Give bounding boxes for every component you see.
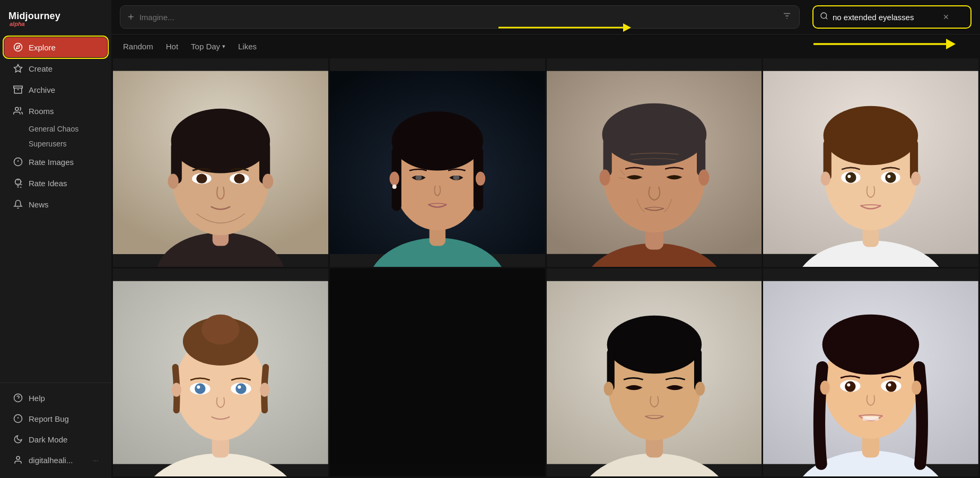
help-circle-icon (13, 393, 23, 403)
sidebar-sub-superusers[interactable]: Superusers (4, 137, 107, 151)
sidebar-item-create-label: Create (29, 64, 52, 73)
sidebar-sub-general-chaos[interactable]: General Chaos (4, 122, 107, 136)
svg-point-109 (845, 381, 855, 392)
svg-rect-91 (330, 281, 545, 464)
moon-icon (13, 434, 23, 445)
sidebar-item-news[interactable]: News (4, 194, 107, 214)
sidebar-item-help-label: Help (29, 394, 45, 403)
svg-point-59 (599, 169, 610, 185)
filter-likes[interactable]: Likes (237, 40, 258, 53)
add-prompt-icon[interactable]: + (128, 11, 134, 23)
svg-point-72 (845, 172, 856, 183)
svg-point-30 (171, 109, 270, 173)
svg-point-70 (911, 171, 921, 185)
svg-point-110 (847, 383, 850, 386)
search-icon (820, 12, 828, 22)
svg-point-86 (195, 383, 205, 394)
svg-point-44 (391, 111, 483, 171)
svg-point-33 (168, 174, 178, 189)
svg-point-48 (476, 171, 485, 185)
sidebar-item-explore-label: Explore (29, 43, 56, 52)
sidebar-item-rate-images-label: Rate Images (29, 158, 74, 167)
filter-top-day[interactable]: Top Day ▾ (190, 40, 226, 53)
svg-point-100 (695, 381, 704, 395)
sidebar-item-rate-ideas[interactable]: Rate Ideas (4, 173, 107, 193)
svg-point-34 (262, 174, 273, 189)
svg-point-112 (886, 381, 897, 392)
svg-line-24 (826, 18, 827, 19)
chevron-down-icon: ▾ (222, 43, 225, 50)
svg-point-99 (603, 381, 613, 395)
svg-point-0 (14, 44, 22, 51)
search-input[interactable] (833, 13, 939, 22)
filter-icon[interactable] (782, 11, 792, 23)
svg-line-11 (20, 187, 21, 188)
search-bar[interactable]: ✕ (812, 5, 972, 29)
svg-point-49 (392, 185, 396, 189)
sidebar-item-report-bug[interactable]: Report Bug (4, 409, 107, 429)
archive-icon (13, 84, 23, 95)
rooms-icon (13, 106, 23, 116)
svg-rect-68 (868, 122, 873, 138)
user-icon (13, 455, 23, 465)
grid-cell-6[interactable] (330, 268, 545, 477)
svg-point-36 (196, 174, 207, 184)
svg-point-38 (234, 174, 244, 184)
svg-point-75 (886, 172, 896, 183)
svg-point-47 (389, 171, 399, 185)
sidebar-item-archive-label: Archive (29, 85, 55, 94)
sidebar-item-dark-mode-label: Dark Mode (29, 435, 67, 444)
svg-point-60 (698, 169, 709, 185)
svg-point-82 (202, 314, 239, 344)
svg-point-107 (912, 380, 921, 394)
svg-point-90 (238, 385, 241, 388)
grid-cell-1[interactable] (113, 58, 328, 267)
svg-point-83 (172, 383, 181, 396)
filter-hot[interactable]: Hot (165, 40, 179, 53)
compass-icon (13, 42, 23, 53)
sidebar-bottom: Help Report Bug Dark M (0, 383, 111, 471)
svg-point-69 (821, 171, 830, 185)
topbar: + (111, 0, 980, 34)
svg-point-76 (888, 175, 891, 178)
sidebar-item-rate-images[interactable]: Rate Images (4, 152, 107, 172)
svg-point-106 (820, 380, 830, 394)
svg-point-56 (602, 103, 706, 166)
svg-point-17 (16, 456, 20, 459)
sidebar-item-archive[interactable]: Archive (4, 80, 107, 100)
sidebar-item-create[interactable]: Create (4, 58, 107, 79)
svg-point-89 (235, 383, 246, 394)
sidebar-item-dark-mode[interactable]: Dark Mode (4, 429, 107, 449)
imagine-bar[interactable]: + (120, 5, 800, 29)
sidebar-item-user-label: digitalheali... (29, 456, 73, 465)
svg-point-113 (888, 383, 891, 386)
sidebar-item-rooms[interactable]: Rooms (4, 101, 107, 121)
grid-cell-8[interactable] (763, 268, 978, 477)
grid-cell-3[interactable] (547, 58, 762, 267)
grid-cell-2[interactable] (330, 58, 545, 267)
search-clear-button[interactable]: ✕ (943, 13, 949, 21)
imagine-input[interactable] (139, 13, 777, 22)
sidebar-item-user[interactable]: digitalheali... ··· (4, 450, 107, 470)
sidebar-item-help[interactable]: Help (4, 388, 107, 408)
user-ellipsis[interactable]: ··· (93, 456, 99, 464)
sidebar-nav: Explore Create Archive (0, 37, 111, 471)
svg-rect-114 (863, 416, 879, 420)
grid-cell-7[interactable] (547, 268, 762, 477)
svg-marker-1 (16, 46, 20, 49)
star-icon (13, 157, 23, 167)
svg-point-87 (197, 385, 200, 388)
lightbulb-icon (13, 178, 23, 188)
sidebar: Midjourney alpha Explore Create (0, 0, 111, 478)
image-grid (111, 58, 980, 478)
svg-point-96 (607, 315, 702, 373)
sidebar-item-rate-ideas-label: Rate Ideas (29, 179, 67, 188)
sidebar-item-explore[interactable]: Explore (4, 37, 107, 57)
grid-cell-5[interactable] (113, 268, 328, 477)
main-content: + (111, 0, 980, 478)
filter-random[interactable]: Random (122, 40, 154, 53)
grid-cell-4[interactable] (763, 58, 978, 267)
sidebar-item-news-label: News (29, 200, 49, 209)
svg-point-50 (415, 175, 422, 180)
svg-rect-2 (14, 86, 23, 88)
